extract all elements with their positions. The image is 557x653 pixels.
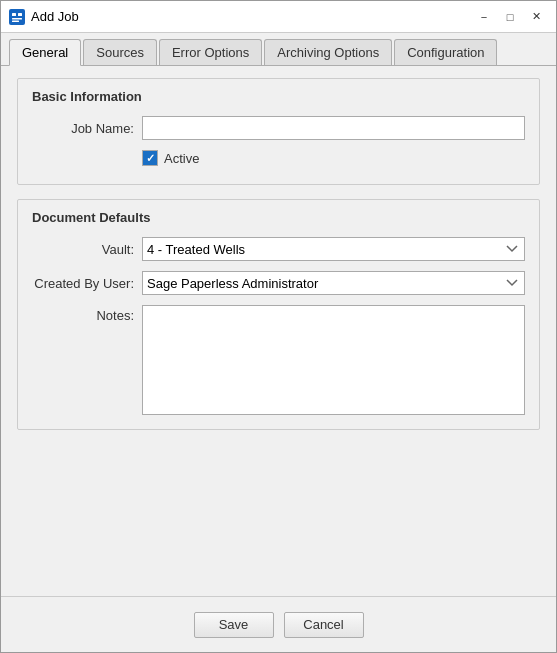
svg-rect-3: [12, 18, 22, 20]
job-name-row: Job Name:: [32, 116, 525, 140]
checkmark-icon: ✓: [146, 153, 155, 164]
tab-sources[interactable]: Sources: [83, 39, 157, 65]
active-checkbox[interactable]: ✓: [142, 150, 158, 166]
minimize-button[interactable]: −: [472, 7, 496, 27]
job-name-input[interactable]: [142, 116, 525, 140]
close-button[interactable]: ✕: [524, 7, 548, 27]
basic-information-section: Basic Information Job Name: ✓ Active: [17, 78, 540, 185]
tab-general[interactable]: General: [9, 39, 81, 66]
svg-rect-4: [12, 20, 19, 22]
footer: Save Cancel: [1, 596, 556, 652]
vault-row: Vault: 4 - Treated Wells: [32, 237, 525, 261]
app-icon: [9, 9, 25, 25]
cancel-button[interactable]: Cancel: [284, 612, 364, 638]
maximize-button[interactable]: □: [498, 7, 522, 27]
document-defaults-section: Document Defaults Vault: 4 - Treated Wel…: [17, 199, 540, 430]
notes-label: Notes:: [32, 305, 142, 323]
document-defaults-title: Document Defaults: [32, 210, 525, 225]
content-area: Basic Information Job Name: ✓ Active Doc…: [1, 66, 556, 596]
main-window: Add Job − □ ✕ General Sources Error Opti…: [0, 0, 557, 653]
svg-rect-2: [18, 13, 22, 16]
svg-rect-1: [12, 13, 16, 16]
created-by-row: Created By User: Sage Paperless Administ…: [32, 271, 525, 295]
vault-label: Vault:: [32, 242, 142, 257]
tab-bar: General Sources Error Options Archiving …: [1, 33, 556, 66]
basic-information-title: Basic Information: [32, 89, 525, 104]
tab-archiving-options[interactable]: Archiving Options: [264, 39, 392, 65]
notes-textarea[interactable]: [142, 305, 525, 415]
created-by-select[interactable]: Sage Paperless Administrator: [142, 271, 525, 295]
active-row: ✓ Active: [32, 150, 525, 166]
active-label: Active: [164, 151, 199, 166]
vault-select[interactable]: 4 - Treated Wells: [142, 237, 525, 261]
window-controls: − □ ✕: [472, 7, 548, 27]
save-button[interactable]: Save: [194, 612, 274, 638]
window-title: Add Job: [31, 9, 472, 24]
tab-configuration[interactable]: Configuration: [394, 39, 497, 65]
job-name-label: Job Name:: [32, 121, 142, 136]
title-bar: Add Job − □ ✕: [1, 1, 556, 33]
tab-error-options[interactable]: Error Options: [159, 39, 262, 65]
notes-row: Notes:: [32, 305, 525, 415]
created-by-label: Created By User:: [32, 276, 142, 291]
